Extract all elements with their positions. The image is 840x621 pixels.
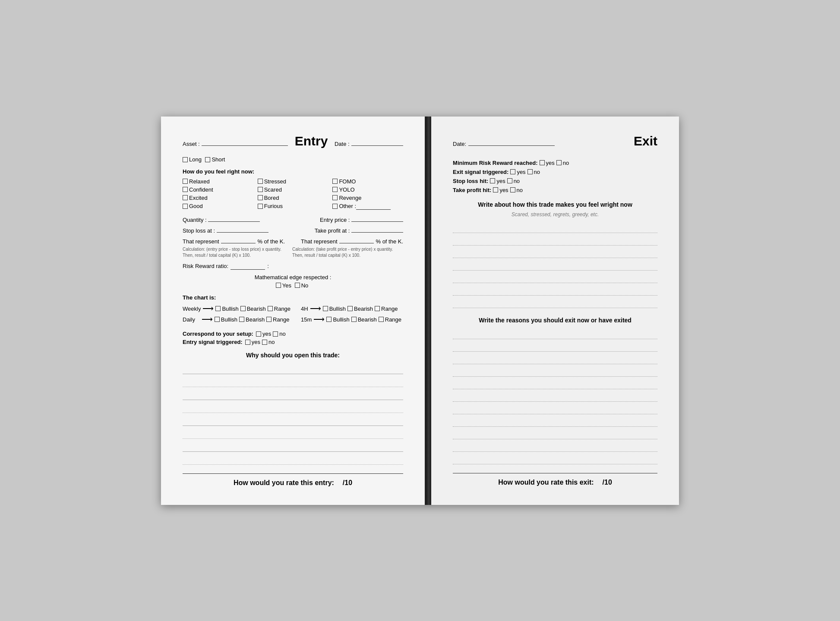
feel-line-2[interactable] <box>453 234 657 246</box>
exit-line-5[interactable] <box>453 378 657 389</box>
15m-bearish-cb[interactable] <box>351 317 357 322</box>
scared-checkbox[interactable] <box>258 187 263 192</box>
daily-bearish-cb[interactable] <box>239 317 244 322</box>
4h-range: Range <box>375 306 398 312</box>
why-line-6[interactable] <box>183 427 403 439</box>
take-profit-no-cb[interactable] <box>510 187 515 192</box>
feel-line-1[interactable] <box>453 222 657 233</box>
exit-line-3[interactable] <box>453 353 657 364</box>
book-spine <box>426 117 431 505</box>
correspond-row: Correspond to your setup: yes no <box>183 331 403 337</box>
stop-loss-yes-cb[interactable] <box>490 178 495 183</box>
exit-line-4[interactable] <box>453 366 657 377</box>
confident-checkbox[interactable] <box>183 187 188 192</box>
stressed-item: Stressed <box>258 178 327 185</box>
exit-signal-row: Exit signal triggered: yes no <box>453 169 657 175</box>
weekly-bullish-cb[interactable] <box>215 306 221 311</box>
daily-range: Range <box>266 316 289 323</box>
daily-bullish: Bullish <box>215 316 237 323</box>
long-checkbox[interactable] <box>183 157 188 162</box>
take-profit-input[interactable] <box>351 226 403 233</box>
rr-label: Risk Reward ratio: <box>183 263 228 269</box>
feel-write-label: Write about how this trade makes you fee… <box>453 201 657 208</box>
bored-checkbox[interactable] <box>258 195 263 200</box>
stop-loss-input[interactable] <box>217 226 268 233</box>
weekly-bearish: Bearish <box>240 306 266 312</box>
rr-input[interactable] <box>231 263 265 270</box>
4h-bullish: Bullish <box>323 306 346 312</box>
exit-signal-yes-cb[interactable] <box>510 169 515 174</box>
feel-write-lines <box>453 222 657 308</box>
stop-loss-field: Stop loss at : <box>183 226 268 234</box>
why-line-1[interactable] <box>183 362 403 374</box>
represent-right: That represent % of the K. <box>301 236 403 245</box>
feel-line-7[interactable] <box>453 297 657 308</box>
feel-line-5[interactable] <box>453 272 657 283</box>
weekly-bearish-cb[interactable] <box>240 306 246 311</box>
revenge-checkbox[interactable] <box>332 195 338 200</box>
feel-line-4[interactable] <box>453 259 657 271</box>
why-line-3[interactable] <box>183 388 403 400</box>
why-line-8[interactable] <box>183 453 403 465</box>
weekly-range-cb[interactable] <box>268 306 273 311</box>
date-input-exit[interactable] <box>468 139 555 146</box>
furious-item: Furious <box>258 203 327 210</box>
represent-row: That represent % of the K. That represen… <box>183 236 403 245</box>
why-line-7[interactable] <box>183 440 403 452</box>
good-checkbox[interactable] <box>183 204 188 209</box>
chart-section: The chart is: Weekly ⟶ Bullish Bearish <box>183 294 403 325</box>
entry-price-input[interactable] <box>351 215 403 222</box>
exit-line-1[interactable] <box>453 328 657 339</box>
exit-line-11[interactable] <box>453 453 657 464</box>
exit-line-9[interactable] <box>453 428 657 439</box>
other-checkbox[interactable] <box>332 204 338 209</box>
relaxed-checkbox[interactable] <box>183 179 188 184</box>
correspond-yes-cb[interactable] <box>256 331 261 337</box>
exit-line-6[interactable] <box>453 391 657 402</box>
take-profit-yes-cb[interactable] <box>493 187 498 192</box>
min-rr-yes-cb[interactable] <box>540 160 545 165</box>
exit-line-2[interactable] <box>453 340 657 352</box>
represent-right-input[interactable] <box>339 236 374 243</box>
feel-line-3[interactable] <box>453 247 657 258</box>
stressed-checkbox[interactable] <box>258 179 263 184</box>
excited-checkbox[interactable] <box>183 195 188 200</box>
date-input-entry[interactable] <box>351 139 403 146</box>
exit-line-7[interactable] <box>453 403 657 414</box>
exit-line-10[interactable] <box>453 441 657 452</box>
why-line-5[interactable] <box>183 414 403 426</box>
why-line-2[interactable] <box>183 375 403 387</box>
date-field-entry: Date : <box>335 139 403 148</box>
entry-signal-row: Entry signal triggered: yes no <box>183 339 403 345</box>
no-math-checkbox[interactable] <box>295 283 300 288</box>
15m-bullish-cb[interactable] <box>326 317 332 322</box>
why-line-4[interactable] <box>183 401 403 413</box>
furious-checkbox[interactable] <box>258 204 263 209</box>
min-rr-no-cb[interactable] <box>556 160 562 165</box>
entry-signal-no-cb[interactable] <box>262 340 267 345</box>
correspond-no-cb[interactable] <box>273 331 278 337</box>
fomo-checkbox[interactable] <box>332 179 338 184</box>
stop-loss-no-cb[interactable] <box>507 178 512 183</box>
represent-left-input[interactable] <box>221 236 256 243</box>
4h-bullish-cb[interactable] <box>323 306 328 311</box>
4h-range-cb[interactable] <box>375 306 380 311</box>
15m-range-cb[interactable] <box>379 317 384 322</box>
yolo-checkbox[interactable] <box>332 187 338 192</box>
feel-line-6[interactable] <box>453 284 657 296</box>
exit-signal-no-cb[interactable] <box>527 169 533 174</box>
other-input[interactable] <box>356 203 391 210</box>
exit-line-8[interactable] <box>453 416 657 427</box>
entry-signal-yes-cb[interactable] <box>245 340 250 345</box>
short-checkbox[interactable] <box>205 157 210 162</box>
daily-range-cb[interactable] <box>266 317 272 322</box>
daily-bullish-cb[interactable] <box>215 317 220 322</box>
rr-row: Risk Reward ratio: : <box>183 263 403 270</box>
asset-input[interactable] <box>202 139 288 146</box>
4h-bearish-cb[interactable] <box>347 306 353 311</box>
quantity-input[interactable] <box>208 215 260 222</box>
calc-right: Calculation: (take profit price - entry … <box>292 246 403 258</box>
daily-arrow: ⟶ <box>202 315 213 324</box>
yes-math-checkbox[interactable] <box>276 283 281 288</box>
excited-item: Excited <box>183 195 252 201</box>
